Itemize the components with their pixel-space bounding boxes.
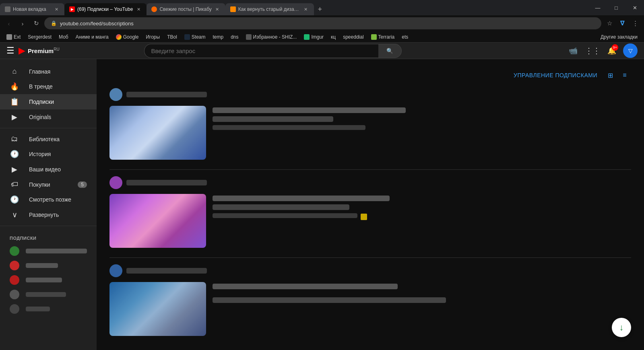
yt-layout: ⌂ Главная 🔥 В тренде 📋 Подписки ▶ Origin… [0, 59, 644, 350]
bookmark-kts[interactable]: кц [328, 33, 339, 41]
sidebar-channel-2[interactable] [0, 258, 97, 273]
youtube-logo[interactable]: ☰ ▶ PremiumRU [6, 45, 60, 56]
bookmark-star-button[interactable]: ☆ [604, 18, 615, 29]
purchases-badge: 5 [78, 181, 87, 188]
sidebar-item-trending[interactable]: 🔥 В тренде [0, 79, 97, 94]
tab-close-old[interactable]: ✕ [303, 6, 309, 12]
bookmark-igory[interactable]: Игоры [142, 33, 163, 41]
bookmarks-more-button[interactable]: Другие закладки [597, 33, 641, 41]
sidebar-item-watch-later[interactable]: 🕐 Смотреть позже [0, 192, 97, 207]
more-options-button[interactable]: ⋮ [630, 18, 641, 29]
tab-old-design[interactable]: Как вернуть старый дизайн на... ✕ [225, 3, 314, 15]
sidebar-channel-3[interactable] [0, 273, 97, 287]
bookmark-izbranoe-label: Избранное - SHIZ... [253, 34, 297, 40]
tab-close-new[interactable]: ✕ [53, 6, 60, 12]
user-avatar[interactable]: ▽ [623, 43, 638, 58]
video-meta-1 [213, 125, 365, 130]
tab-favicon-new [5, 6, 10, 12]
hamburger-menu-icon[interactable]: ☰ [6, 45, 14, 56]
forward-button[interactable]: › [17, 18, 28, 29]
video-thumbnail-3[interactable] [109, 282, 206, 336]
tab-close-yt[interactable]: ✕ [135, 6, 142, 12]
maximize-button[interactable]: □ [607, 0, 625, 15]
sidebar-item-library[interactable]: 🗂 Библиотека [0, 132, 97, 146]
subscriptions-icon: 📋 [10, 97, 19, 106]
video-thumbnail-1[interactable] [109, 106, 206, 160]
sidebar-history-label: История [29, 151, 87, 157]
list-view-button[interactable]: ≡ [618, 69, 631, 82]
search-button[interactable]: 🔍 [378, 44, 402, 58]
bookmark-terraria[interactable]: Terraria [368, 33, 398, 41]
grid-view-button[interactable]: ⊞ [604, 69, 617, 82]
sidebar-channel-1[interactable] [0, 244, 97, 258]
video-spacer-3 [213, 292, 631, 297]
bookmark-ets[interactable]: ets [398, 33, 411, 41]
floating-download-button[interactable]: ↓ [612, 318, 631, 337]
bookmark-ext[interactable]: Ext [3, 33, 24, 41]
feed-section-1 [109, 88, 631, 160]
bookmark-google[interactable]: Google [113, 33, 142, 41]
tab-close-pikabu[interactable]: ✕ [214, 6, 221, 12]
bookmark-imgur-favicon [304, 34, 310, 40]
video-title-4 [213, 204, 349, 210]
tab-title-new: Новая вкладка [13, 6, 51, 12]
notification-badge: 9+ [612, 44, 618, 51]
sidebar-item-expand[interactable]: ∨ Развернуть [0, 207, 97, 222]
bookmark-imgur-label: Imgur [311, 34, 324, 40]
channel-avatar-feed-3 [109, 264, 122, 277]
new-tab-button[interactable]: + [314, 3, 326, 15]
reload-button[interactable]: ↻ [31, 18, 42, 29]
address-bar[interactable]: 🔒 youtube.com/feed/subscriptions [44, 17, 601, 29]
apps-button[interactable]: ⋮⋮ [584, 43, 601, 59]
header-actions: 📹 ⋮⋮ 🔔 9+ ▽ [565, 43, 638, 59]
manage-subscriptions-button[interactable]: УПРАВЛЕНИЕ ПОДПИСКАМИ [514, 72, 597, 78]
bookmark-steam[interactable]: Steam [181, 33, 209, 41]
tab-title-yt: (69) Подписки – YouTube [77, 6, 133, 12]
sidebar-channel-5[interactable] [0, 302, 97, 316]
sidebar-item-originals[interactable]: ▶ Originals [0, 109, 97, 125]
back-button[interactable]: ‹ [3, 18, 14, 29]
video-title-5 [213, 284, 398, 289]
tab-youtube[interactable]: ▶ (69) Подписки – YouTube ✕ [64, 3, 147, 15]
notifications-button[interactable]: 🔔 9+ [604, 43, 620, 59]
divider-1 [109, 169, 631, 170]
video-row-3 [109, 282, 631, 336]
watch-later-icon: 🕐 [10, 195, 19, 204]
bookmark-anime[interactable]: Аниме и манга [72, 33, 112, 41]
bookmark-terraria-label: Terraria [378, 34, 395, 40]
bookmark-ets-label: ets [402, 34, 408, 40]
bookmark-izbranoe[interactable]: Избранное - SHIZ... [243, 33, 300, 41]
thumb-image-3 [109, 282, 206, 336]
sidebar-item-my-videos[interactable]: ▶ Ваши видео [0, 162, 97, 177]
close-button[interactable]: ✕ [625, 0, 644, 15]
video-row-2 [109, 194, 631, 248]
minimize-button[interactable]: — [588, 0, 607, 15]
subscriptions-section-title: ПОДПИСКИ [0, 229, 97, 244]
create-video-button[interactable]: 📹 [565, 43, 581, 59]
video-thumbnail-2[interactable] [109, 194, 206, 248]
sidebar-item-subscriptions[interactable]: 📋 Подписки [0, 94, 97, 109]
bookmark-imgur[interactable]: Imgur [301, 33, 327, 41]
bookmark-sergerdest[interactable]: Sergerdest [25, 33, 55, 41]
tab-favicon-old [230, 6, 236, 12]
sidebar-item-history[interactable]: 🕐 История [0, 146, 97, 162]
video-meta-row-2 [213, 213, 631, 220]
bookmark-google-favicon [116, 34, 122, 40]
bookmark-tbol[interactable]: TBol [164, 33, 180, 41]
sidebar-trending-label: В тренде [29, 83, 87, 90]
search-input[interactable] [144, 44, 378, 58]
address-text: youtube.com/feed/subscriptions [60, 21, 595, 27]
bookmark-temp[interactable]: temp [210, 33, 227, 41]
sidebar-item-purchases[interactable]: 🏷 Покупки 5 [0, 177, 97, 192]
channel-name-3 [26, 278, 62, 282]
yandex-icon-button[interactable]: ∇ [617, 18, 628, 29]
bookmark-speeddial[interactable]: speeddial [340, 33, 367, 41]
sidebar-channel-4[interactable] [0, 287, 97, 302]
sidebar-item-home[interactable]: ⌂ Главная [0, 64, 97, 79]
bookmark-dns[interactable]: dns [227, 33, 242, 41]
tab-new-tab[interactable]: Новая вкладка ✕ [0, 3, 64, 15]
tab-pikabu[interactable]: Свежие посты | Пикабу ✕ [147, 3, 225, 15]
bookmark-mob[interactable]: Моб [56, 33, 72, 41]
thumb-image-2 [109, 194, 206, 248]
channel-avatar-feed-1 [109, 88, 122, 101]
